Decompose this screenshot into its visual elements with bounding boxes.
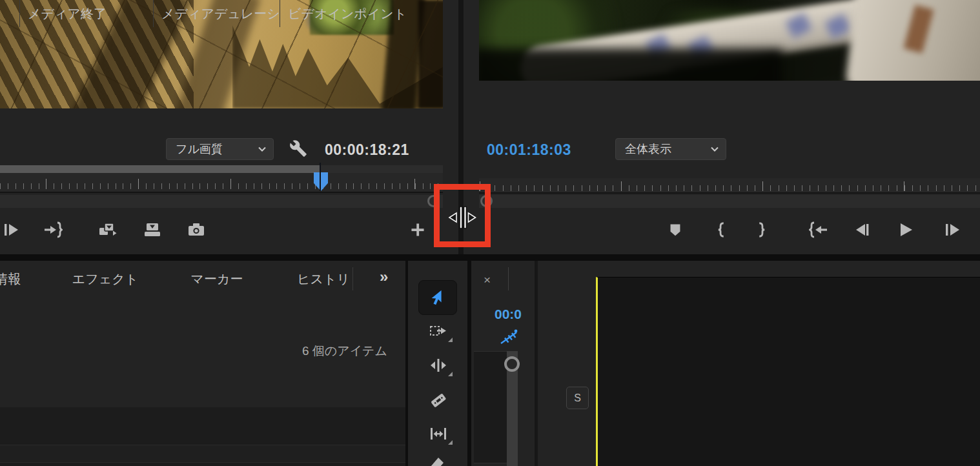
zoom-level-value: 全体表示 [625, 141, 671, 157]
insert-button[interactable] [96, 219, 118, 241]
dark-shadow [479, 48, 782, 81]
ruler-ticks-major [0, 179, 443, 189]
source-time-ruler[interactable] [0, 173, 443, 193]
tool-flyout-icon [448, 440, 453, 445]
tab-info[interactable]: 情報 [0, 270, 25, 288]
playback-quality-value: フル画質 [176, 141, 223, 157]
play-button[interactable] [895, 219, 917, 241]
selection-tool-button[interactable] [418, 280, 457, 315]
chevron-down-icon [249, 146, 267, 152]
track-header-area [474, 351, 507, 463]
export-frame-button[interactable] [185, 219, 207, 241]
playback-quality-dropdown[interactable]: フル画質 [166, 138, 274, 160]
source-zoom-bar[interactable] [0, 165, 321, 173]
column-header-media-duration[interactable]: メディアデュレーション [153, 0, 280, 27]
vertical-panel-divider[interactable] [535, 261, 538, 466]
tool-flyout-icon [448, 372, 453, 376]
chevron-down-icon [701, 146, 719, 152]
table-row[interactable] [0, 407, 405, 445]
pen-tool-button[interactable] [427, 455, 449, 466]
pole-mark [786, 13, 812, 38]
go-to-out-button[interactable] [42, 219, 64, 241]
pole-mark [824, 14, 851, 39]
add-marker-button[interactable] [664, 219, 686, 241]
slip-tool-button[interactable] [427, 423, 449, 445]
button-editor-add-button[interactable] [407, 219, 429, 241]
settings-wrench-icon[interactable] [289, 139, 307, 160]
step-forward-button[interactable] [1, 219, 23, 241]
timeline-timecode[interactable]: 00:0 [495, 307, 535, 322]
horizontal-panel-divider[interactable] [0, 254, 980, 261]
program-scrollbar[interactable] [479, 195, 980, 208]
tab-divider [508, 267, 509, 290]
tab-overflow-icon[interactable]: » [380, 268, 388, 286]
go-to-in-button[interactable] [808, 219, 830, 241]
step-back-button[interactable] [852, 219, 873, 241]
table-header-row: メディア終了 メディアデュレーション ビデオインポイント [0, 0, 405, 28]
playhead-line [320, 163, 321, 191]
razor-tool-button[interactable] [427, 389, 449, 411]
premiere-window: フル画質 00:00:18:21 [0, 0, 980, 466]
snap-icon[interactable] [498, 328, 520, 350]
vertical-panel-divider[interactable] [467, 261, 471, 466]
item-count-label: 6 個のアイテム [226, 343, 387, 360]
program-video-preview[interactable] [479, 0, 980, 81]
program-time-ruler[interactable] [479, 178, 980, 194]
tab-markers[interactable]: マーカー [188, 270, 246, 288]
scrollbar-knob-icon[interactable] [504, 356, 520, 372]
mark-in-button[interactable] [710, 219, 732, 241]
tab-divider [352, 267, 353, 290]
close-icon[interactable]: × [484, 273, 491, 287]
step-forward-button[interactable] [942, 219, 964, 241]
mark-out-button[interactable] [751, 219, 773, 241]
tab-effects[interactable]: エフェクト [70, 270, 141, 288]
column-header-media-end[interactable]: メディア終了 [19, 0, 153, 27]
track-select-forward-tool-button[interactable] [427, 320, 449, 342]
vertical-panel-divider[interactable] [405, 261, 408, 466]
overwrite-button[interactable] [141, 219, 163, 241]
source-scrollbar[interactable] [0, 195, 443, 208]
program-timecode[interactable]: 00:01:18:03 [487, 141, 571, 159]
ripple-edit-tool-button[interactable] [427, 354, 449, 376]
solo-track-button[interactable]: S [566, 387, 589, 409]
tool-flyout-icon [448, 338, 453, 342]
source-timecode[interactable]: 00:00:18:21 [325, 141, 409, 159]
column-header-video-in-point[interactable]: ビデオインポイント [280, 0, 405, 27]
timeline-track-area[interactable] [596, 277, 980, 466]
tab-history[interactable]: ヒストリ [296, 270, 351, 288]
table-row[interactable] [0, 445, 405, 463]
horizontal-resize-cursor-icon [447, 205, 478, 233]
zoom-level-dropdown[interactable]: 全体表示 [615, 138, 726, 160]
source-zoom-bar-track[interactable] [321, 165, 443, 173]
ruler-ticks-major [479, 181, 980, 191]
table-row[interactable] [0, 463, 405, 466]
